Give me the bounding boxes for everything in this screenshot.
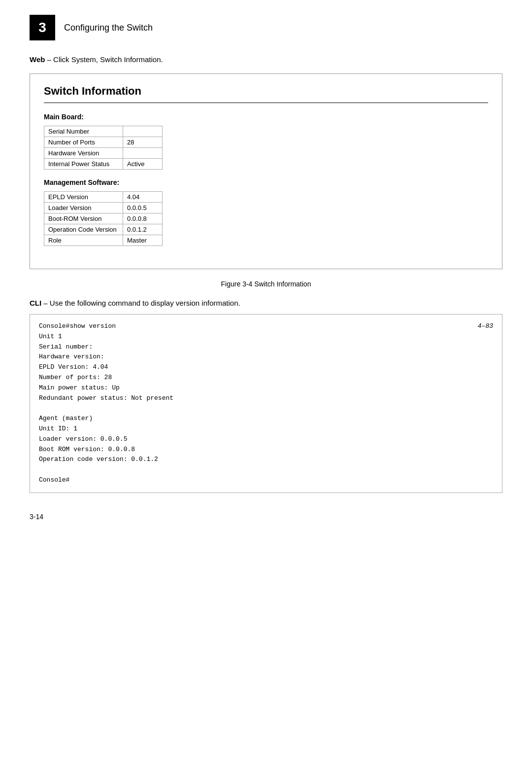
cli-line: Agent (master) xyxy=(39,414,493,424)
table-row: Number of Ports28 xyxy=(44,137,163,148)
management-software-label: Management Software: xyxy=(44,178,488,186)
table-row: Serial Number xyxy=(44,126,163,137)
cli-page-ref: 4–83 xyxy=(478,321,493,332)
table-row: Boot-ROM Version0.0.0.8 xyxy=(44,213,163,224)
cli-label: CLI xyxy=(30,299,41,307)
page-footer: 3-14 xyxy=(30,513,502,521)
web-label: Web xyxy=(30,55,45,64)
table-row: Hardware Version xyxy=(44,148,163,159)
row-label: Hardware Version xyxy=(44,148,123,159)
main-board-label: Main Board: xyxy=(44,113,488,121)
cli-line xyxy=(39,465,493,475)
switch-info-divider xyxy=(44,103,488,103)
row-value: 4.04 xyxy=(123,192,163,203)
cli-line: Loader version: 0.0.0.5 xyxy=(39,434,493,445)
row-label: Internal Power Status xyxy=(44,159,123,170)
row-value: Active xyxy=(123,159,163,170)
cli-line: Boot ROM version: 0.0.0.8 xyxy=(39,445,493,455)
row-label: Boot-ROM Version xyxy=(44,213,123,224)
cli-instruction: CLI – Use the following command to displ… xyxy=(30,299,502,307)
table-row: Internal Power StatusActive xyxy=(44,159,163,170)
cli-line: Console# xyxy=(39,475,493,486)
cli-line: Main power status: Up xyxy=(39,383,493,393)
web-instruction-text: – Click System, Switch Information. xyxy=(47,55,163,64)
cli-line: Serial number: xyxy=(39,342,493,352)
table-row: Loader Version0.0.0.5 xyxy=(44,203,163,213)
management-software-table: EPLD Version4.04Loader Version0.0.0.5Boo… xyxy=(44,191,163,246)
row-label: Role xyxy=(44,235,123,246)
row-value: 0.0.0.8 xyxy=(123,213,163,224)
web-instruction: Web – Click System, Switch Information. xyxy=(30,55,502,64)
table-row: Operation Code Version0.0.1.2 xyxy=(44,224,163,235)
row-value xyxy=(123,148,163,159)
cli-line: Console#show version xyxy=(39,321,493,332)
cli-line: Number of ports: 28 xyxy=(39,373,493,383)
chapter-title: Configuring the Switch xyxy=(64,23,153,33)
row-value: Master xyxy=(123,235,163,246)
row-value: 0.0.0.5 xyxy=(123,203,163,213)
page-header: 3 Configuring the Switch xyxy=(30,15,502,40)
row-value: 28 xyxy=(123,137,163,148)
row-label: EPLD Version xyxy=(44,192,123,203)
cli-line: Unit ID: 1 xyxy=(39,424,493,434)
row-label: Serial Number xyxy=(44,126,123,137)
row-value xyxy=(123,126,163,137)
switch-info-title: Switch Information xyxy=(44,85,488,98)
cli-line xyxy=(39,403,493,414)
switch-info-panel: Switch Information Main Board: Serial Nu… xyxy=(30,73,502,269)
cli-instruction-text: – Use the following command to display v… xyxy=(43,299,240,307)
cli-line: Unit 1 xyxy=(39,332,493,342)
chapter-number: 3 xyxy=(30,15,55,40)
table-row: EPLD Version4.04 xyxy=(44,192,163,203)
row-label: Number of Ports xyxy=(44,137,123,148)
main-board-table: Serial NumberNumber of Ports28Hardware V… xyxy=(44,126,163,170)
cli-content: Console#show versionUnit 1 Serial number… xyxy=(39,321,493,486)
cli-line: Operation code version: 0.0.1.2 xyxy=(39,455,493,465)
cli-line: EPLD Version: 4.04 xyxy=(39,362,493,373)
cli-line: Hardware version: xyxy=(39,352,493,362)
table-row: RoleMaster xyxy=(44,235,163,246)
row-label: Loader Version xyxy=(44,203,123,213)
figure-caption: Figure 3-4 Switch Information xyxy=(30,280,502,288)
cli-line: Redundant power status: Not present xyxy=(39,393,493,404)
row-label: Operation Code Version xyxy=(44,224,123,235)
row-value: 0.0.1.2 xyxy=(123,224,163,235)
cli-box: 4–83 Console#show versionUnit 1 Serial n… xyxy=(30,314,502,493)
